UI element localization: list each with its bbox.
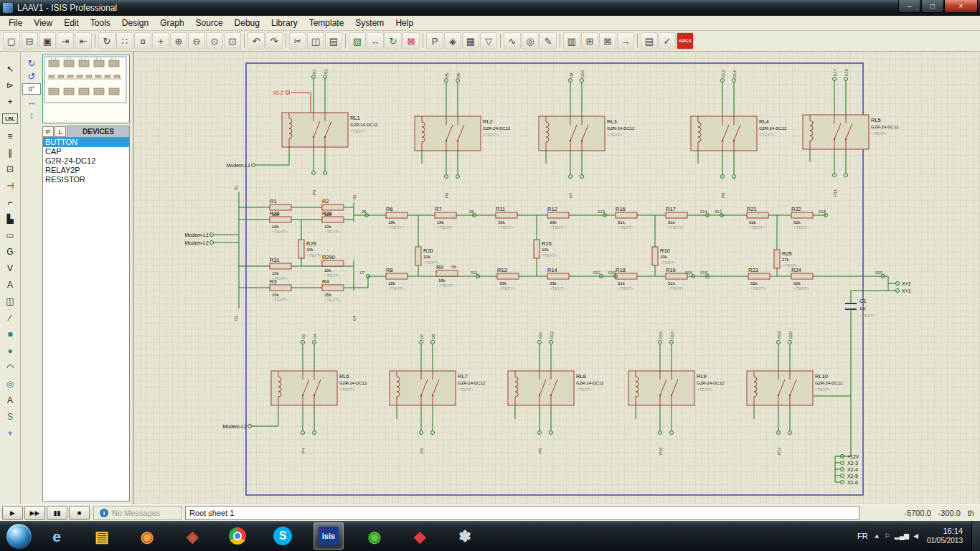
taskbar-google-chrome[interactable]: [223, 523, 252, 549]
menu-design[interactable]: Design: [116, 17, 154, 29]
make-device-button[interactable]: ◈: [444, 32, 461, 50]
save-design-button[interactable]: ▣: [39, 32, 56, 50]
resistor-R14[interactable]: R1433k<TEXT>: [547, 267, 569, 291]
volume-icon[interactable]: ◀: [913, 532, 918, 540]
resistor-R6[interactable]: R618k<TEXT>: [386, 206, 407, 230]
device-item-resistor[interactable]: RESISTOR: [43, 175, 129, 184]
menu-library[interactable]: Library: [265, 17, 303, 29]
mirror-horizontal-button[interactable]: ↔: [24, 96, 39, 108]
relay-RL10[interactable]: RL10G2R-24-DC12<TEXT>: [747, 371, 843, 405]
device-item-g2r-24-dc12[interactable]: G2R-24-DC12: [43, 156, 129, 166]
menu-graph[interactable]: Graph: [154, 17, 189, 29]
zoom-out-button[interactable]: ⊖: [188, 32, 205, 50]
rotate-anticlockwise-button[interactable]: ↺: [24, 70, 39, 82]
2d-path-mode-button[interactable]: ◎: [1, 375, 19, 392]
voltage-probe-mode-button[interactable]: V: [1, 260, 19, 276]
tape-recorder-mode-button[interactable]: ▭: [1, 227, 19, 243]
library-button[interactable]: L: [55, 126, 66, 137]
menu-help[interactable]: Help: [390, 17, 419, 29]
capacitor-C1[interactable]: C11nf<TEXT>: [845, 298, 876, 318]
device-item-relay2p[interactable]: RELAY2P: [43, 166, 129, 175]
block-rotate-button[interactable]: ↻: [385, 32, 402, 50]
resistor-R13[interactable]: R1333k<TEXT>: [497, 267, 519, 291]
minimize-button[interactable]: –: [898, 0, 920, 13]
graph-mode-button[interactable]: ▙: [1, 210, 19, 227]
menu-debug[interactable]: Debug: [229, 17, 265, 29]
2d-arc-mode-button[interactable]: ◠: [1, 359, 19, 375]
taskbar-clock[interactable]: 16:14 01/05/2013: [927, 527, 963, 545]
start-button[interactable]: [6, 523, 32, 550]
redo-button[interactable]: ↷: [265, 32, 283, 50]
resistor-R22[interactable]: R2262k<TEXT>: [791, 206, 813, 230]
wire-autorouter-button[interactable]: ∿: [504, 32, 521, 50]
new-design-button[interactable]: ▢: [3, 32, 20, 50]
export-section-button[interactable]: ⇤: [75, 32, 92, 50]
component-mode-button[interactable]: ⊳: [1, 77, 19, 93]
virtual-instruments-mode-button[interactable]: ◫: [1, 293, 19, 309]
menu-template[interactable]: Template: [303, 17, 350, 29]
resistor-R17[interactable]: R1751k<TEXT>: [666, 206, 687, 230]
network-icon[interactable]: ▂▄▆: [895, 532, 909, 540]
menu-file[interactable]: File: [3, 17, 28, 29]
design-explorer-button[interactable]: ▥: [563, 32, 580, 50]
pick-parts-button[interactable]: P: [426, 32, 443, 50]
mirror-vertical-button[interactable]: ↕: [24, 109, 39, 121]
zoom-in-button[interactable]: ⊕: [170, 32, 187, 50]
view-bom-button[interactable]: ▤: [641, 32, 658, 50]
resistor-R7[interactable]: R718k<TEXT>: [435, 206, 456, 230]
resistor-R23[interactable]: R2362k<TEXT>: [748, 267, 770, 291]
2d-line-mode-button[interactable]: ∕: [1, 309, 19, 326]
open-design-button[interactable]: ⊟: [21, 32, 38, 50]
resistor-R10[interactable]: R1010k<TEXT>: [652, 247, 677, 265]
toggle-grid-button[interactable]: ∷: [116, 32, 133, 50]
subcircuit-mode-button[interactable]: ⊡: [1, 161, 19, 177]
block-move-button[interactable]: ↔: [367, 32, 384, 50]
goto-sheet-button[interactable]: →: [617, 32, 634, 50]
taskbar-internet-explorer[interactable]: e: [42, 523, 71, 549]
resistor-R31[interactable]: R3110k<TEXT>: [270, 257, 291, 281]
resistor-R15[interactable]: R1510k<TEXT>: [534, 240, 558, 258]
copy-button[interactable]: ◫: [307, 32, 324, 50]
relay-RL5[interactable]: RL5G2R-24-DC12<TEXT>: [803, 115, 899, 149]
block-copy-button[interactable]: ▧: [349, 32, 366, 50]
remove-sheet-button[interactable]: ⊠: [599, 32, 616, 50]
taskbar-media-center[interactable]: ◈: [178, 523, 207, 549]
schematic-canvas[interactable]: RL1G2R-24-DC12<TEXT>RL2G2R-24-DC12<TEXT>…: [133, 52, 980, 504]
menu-source[interactable]: Source: [190, 17, 229, 29]
step-button[interactable]: ▶▶: [24, 506, 45, 520]
show-desktop-button[interactable]: [971, 521, 980, 551]
new-sheet-button[interactable]: ⊞: [581, 32, 598, 50]
resistor-R25[interactable]: R2527k<TEXT>: [774, 250, 798, 268]
stop-button[interactable]: ■: [69, 506, 90, 520]
2d-symbol-mode-button[interactable]: S: [1, 408, 19, 425]
resistor-R21[interactable]: R2162k<TEXT>: [747, 206, 768, 230]
buses-mode-button[interactable]: ∥: [1, 144, 19, 161]
relay-RL1[interactable]: RL1G2R-24-DC12<TEXT>: [282, 113, 378, 147]
taskbar-windows-explorer[interactable]: ▤: [88, 523, 116, 549]
marker-mode-button[interactable]: +: [1, 425, 19, 441]
device-item-cap[interactable]: CAP: [43, 147, 129, 156]
current-probe-mode-button[interactable]: A: [1, 276, 19, 293]
packaging-tool-button[interactable]: ▦: [462, 32, 479, 50]
resistor-R29[interactable]: R2910k<TEXT>: [298, 240, 323, 258]
resistor-R11[interactable]: R1133k<TEXT>: [496, 206, 517, 230]
resistor-R28[interactable]: R2810k<TEXT>: [322, 210, 344, 234]
toggle-origin-button[interactable]: ¤: [134, 32, 151, 50]
search-and-tag-button[interactable]: ◎: [522, 32, 539, 50]
play-button[interactable]: ▶: [2, 506, 23, 520]
taskbar-red-app[interactable]: ◆: [405, 523, 434, 549]
undo-button[interactable]: ↶: [248, 32, 265, 50]
netlist-to-ares-button[interactable]: ARES: [677, 32, 694, 50]
relay-RL2[interactable]: RL2G2R-24-DC12<TEXT>: [415, 116, 511, 151]
resistor-R26[interactable]: R2610k<TEXT>: [270, 210, 291, 234]
language-indicator[interactable]: FR: [857, 532, 868, 540]
menu-tools[interactable]: Tools: [85, 17, 116, 29]
import-section-button[interactable]: ⇥: [57, 32, 74, 50]
menu-system[interactable]: System: [349, 17, 390, 29]
relay-RL7[interactable]: RL7G2R-24-DC12<TEXT>: [390, 371, 486, 405]
menu-edit[interactable]: Edit: [58, 17, 85, 29]
taskbar-green-app[interactable]: ◉: [360, 523, 389, 549]
redraw-button[interactable]: ↻: [98, 32, 116, 50]
generator-mode-button[interactable]: G: [1, 243, 19, 260]
flag-icon[interactable]: ⚐: [885, 532, 890, 540]
